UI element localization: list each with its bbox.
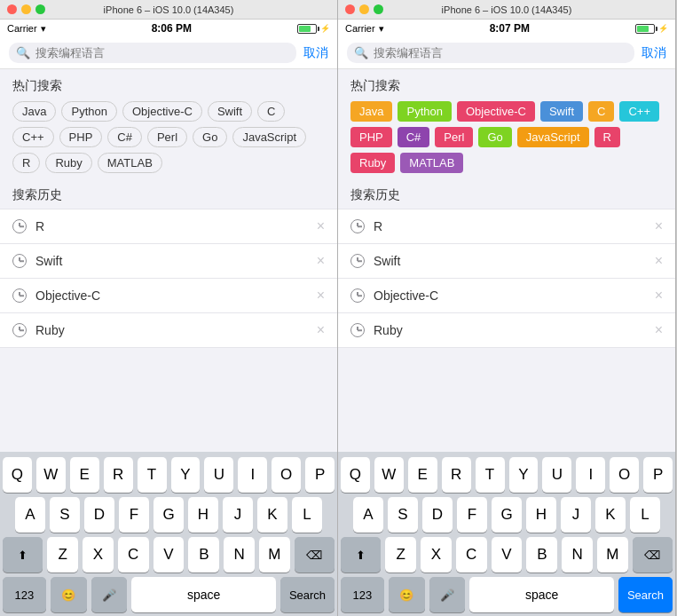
key-q[interactable]: Q [3, 457, 32, 493]
key-u[interactable]: U [204, 457, 233, 493]
key-o[interactable]: O [610, 457, 639, 493]
tag-python[interactable]: Python [398, 101, 451, 122]
key-p[interactable]: P [643, 457, 673, 493]
key-m[interactable]: M [597, 537, 628, 573]
key-b[interactable]: B [526, 537, 557, 573]
tag-c[interactable]: C [588, 101, 614, 122]
key-v[interactable]: V [154, 537, 185, 573]
close-button[interactable] [7, 4, 17, 14]
key-h[interactable]: H [188, 497, 218, 533]
key-u[interactable]: U [542, 457, 571, 493]
tag-java[interactable]: Java [350, 101, 392, 122]
key-j[interactable]: J [223, 497, 253, 533]
key-i[interactable]: I [238, 457, 267, 493]
key-x[interactable]: X [83, 537, 114, 573]
key-r[interactable]: R [442, 457, 471, 493]
history-item-r[interactable]: R × [0, 209, 337, 243]
key-z[interactable]: Z [385, 537, 416, 573]
key-c[interactable]: C [456, 537, 487, 573]
search-input-wrap[interactable]: 🔍 [9, 43, 296, 63]
search-input[interactable] [35, 46, 289, 59]
key-d[interactable]: D [422, 497, 453, 533]
key-space[interactable]: space [131, 577, 276, 612]
key-c[interactable]: C [118, 537, 149, 573]
key-backspace[interactable]: ⌫ [295, 537, 335, 573]
key-v[interactable]: V [492, 537, 523, 573]
tag-matlab[interactable]: MATLAB [400, 153, 463, 173]
close-icon[interactable]: × [655, 322, 663, 338]
key-h[interactable]: H [526, 497, 556, 533]
key-space[interactable]: space [469, 577, 614, 612]
tag-php[interactable]: PHP [59, 127, 103, 147]
tag-ruby[interactable]: Ruby [350, 153, 395, 173]
key-k[interactable]: K [257, 497, 287, 533]
history-item-swift[interactable]: Swift × [0, 243, 337, 278]
close-icon[interactable]: × [655, 253, 663, 269]
tag-matlab[interactable]: MATLAB [98, 153, 162, 173]
key-w[interactable]: W [36, 457, 66, 493]
close-button[interactable] [345, 4, 355, 14]
key-a[interactable]: A [353, 497, 383, 533]
key-num[interactable]: 123 [3, 577, 46, 612]
history-item-objc[interactable]: Objective-C × [0, 278, 337, 312]
tag-ruby[interactable]: Ruby [45, 153, 91, 173]
key-k[interactable]: K [595, 497, 626, 533]
key-search[interactable]: Search [618, 577, 673, 612]
key-s[interactable]: S [50, 497, 80, 533]
key-backspace[interactable]: ⌫ [633, 537, 673, 573]
tag-java[interactable]: Java [12, 101, 56, 122]
key-t[interactable]: T [476, 457, 505, 493]
key-f[interactable]: F [457, 497, 487, 533]
key-y[interactable]: Y [509, 457, 539, 493]
tag-go[interactable]: Go [193, 127, 227, 147]
tag-cpp[interactable]: C++ [619, 101, 659, 122]
tag-csharp[interactable]: C# [107, 127, 142, 147]
close-icon[interactable]: × [317, 218, 325, 234]
history-item-objc[interactable]: Objective-C × [338, 278, 675, 312]
key-n[interactable]: N [224, 537, 255, 573]
tag-python[interactable]: Python [61, 101, 116, 122]
key-w[interactable]: W [374, 457, 404, 493]
key-o[interactable]: O [272, 457, 301, 493]
fullscreen-button[interactable] [35, 4, 45, 14]
key-emoji[interactable]: 😊 [389, 577, 425, 612]
key-y[interactable]: Y [171, 457, 201, 493]
history-item-ruby[interactable]: Ruby × [338, 312, 675, 348]
key-num[interactable]: 123 [341, 577, 384, 612]
tag-swift[interactable]: Swift [208, 101, 252, 122]
history-item-swift[interactable]: Swift × [338, 243, 675, 278]
fullscreen-button[interactable] [374, 4, 383, 14]
close-icon[interactable]: × [317, 288, 325, 304]
close-icon[interactable]: × [317, 322, 325, 338]
search-input-wrap[interactable]: 🔍 [347, 43, 634, 63]
key-x[interactable]: X [421, 537, 452, 573]
tag-r[interactable]: R [12, 153, 40, 173]
tag-php[interactable]: PHP [350, 127, 392, 147]
key-i[interactable]: I [576, 457, 605, 493]
minimize-button[interactable] [359, 4, 369, 14]
history-item-r[interactable]: R × [338, 209, 675, 243]
key-l[interactable]: L [292, 497, 322, 533]
close-icon[interactable]: × [655, 288, 663, 304]
key-d[interactable]: D [84, 497, 114, 533]
key-a[interactable]: A [15, 497, 45, 533]
tag-objc[interactable]: Objective-C [457, 101, 535, 122]
key-g[interactable]: G [492, 497, 522, 533]
key-z[interactable]: Z [47, 537, 78, 573]
key-search[interactable]: Search [280, 577, 335, 612]
tag-javascript[interactable]: JavaScript [517, 127, 589, 147]
key-j[interactable]: J [561, 497, 591, 533]
close-icon[interactable]: × [317, 253, 325, 269]
key-n[interactable]: N [562, 537, 593, 573]
tag-c[interactable]: C [257, 101, 285, 122]
key-t[interactable]: T [138, 457, 167, 493]
key-q[interactable]: Q [341, 457, 370, 493]
key-e[interactable]: E [408, 457, 437, 493]
key-b[interactable]: B [188, 537, 219, 573]
key-p[interactable]: P [305, 457, 335, 493]
key-m[interactable]: M [259, 537, 290, 573]
tag-csharp[interactable]: C# [398, 127, 430, 147]
key-mic[interactable]: 🎤 [429, 577, 466, 612]
tag-objc[interactable]: Objective-C [122, 101, 202, 122]
key-shift[interactable]: ⬆ [3, 537, 43, 573]
